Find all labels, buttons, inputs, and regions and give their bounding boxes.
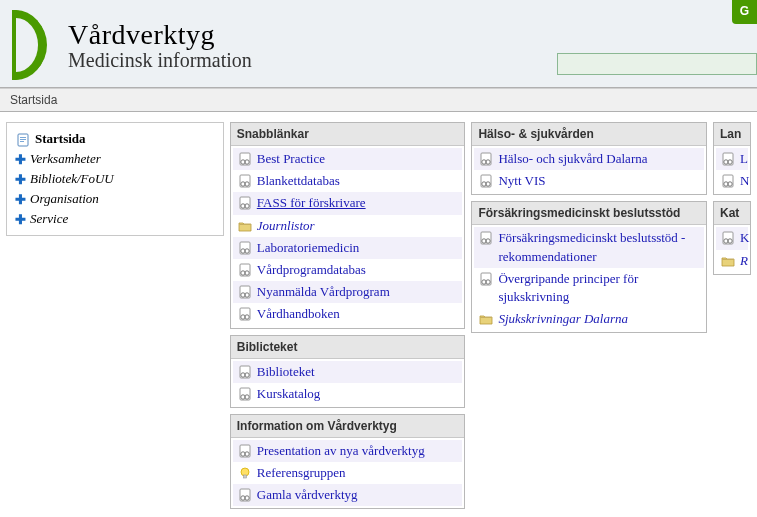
link[interactable]: Hälso- och sjukvård Dalarna <box>498 150 647 168</box>
link-icon <box>237 285 253 299</box>
panel-biblicteket: BiblicteketBiblioteketKurskatalog <box>230 335 466 408</box>
bulb-icon <box>237 466 253 480</box>
folder-icon <box>478 312 494 326</box>
link[interactable]: Nytt VIS <box>498 172 545 190</box>
link[interactable]: K <box>740 229 749 247</box>
link-icon <box>478 272 494 286</box>
link[interactable]: Vårdprogramdatabas <box>257 261 366 279</box>
panel-body: BiblioteketKurskatalog <box>231 359 465 407</box>
list-item: Laboratoriemedicin <box>233 237 463 259</box>
link[interactable]: L <box>740 150 748 168</box>
nav-item-label: Organisation <box>30 191 99 207</box>
link-icon <box>720 174 736 188</box>
breadcrumb: Startsida <box>0 88 757 112</box>
panel-header: Information om Vårdverktyg <box>231 415 465 438</box>
link-icon <box>237 307 253 321</box>
folder-icon <box>237 219 253 233</box>
panel-h-lso-sjukv-rden: Hälso- & sjukvårdenHälso- och sjukvård D… <box>471 122 707 195</box>
panel-header: Biblicteket <box>231 336 465 359</box>
expand-icon: ✚ <box>15 172 26 187</box>
nav-item-label: Verksamheter <box>30 151 101 167</box>
link[interactable]: Gamla vårdverktyg <box>257 486 358 504</box>
list-item: Vårdhandboken <box>233 303 463 325</box>
link[interactable]: R <box>740 252 748 270</box>
list-item: N <box>716 170 748 192</box>
list-item: K <box>716 227 748 249</box>
expand-icon: ✚ <box>15 212 26 227</box>
link-icon <box>237 241 253 255</box>
link-icon <box>237 365 253 379</box>
column-health: Hälso- & sjukvårdenHälso- och sjukvård D… <box>471 122 707 333</box>
folder-icon <box>720 254 736 268</box>
link-icon <box>478 174 494 188</box>
link[interactable]: Övergripande principer för sjukskrivning <box>498 270 700 306</box>
list-item: Nyanmälda Vårdprogram <box>233 281 463 303</box>
svg-rect-13 <box>12 10 16 80</box>
nav-item-startsida[interactable]: Startsida <box>15 129 215 149</box>
list-item: Övergripande principer för sjukskrivning <box>474 268 704 308</box>
link-icon <box>237 488 253 502</box>
header: Vårdverktyg Medicinsk information G <box>0 0 757 88</box>
panel-lan: LanLN <box>713 122 751 195</box>
link[interactable]: Nyanmälda Vårdprogram <box>257 283 390 301</box>
link[interactable]: N <box>740 172 749 190</box>
panel-header: Försäkringsmedicinskt beslutsstöd <box>472 202 706 225</box>
link[interactable]: Referensgruppen <box>257 464 346 482</box>
list-item: Presentation av nya vårdverktyg <box>233 440 463 462</box>
link-icon <box>237 196 253 210</box>
list-item: Hälso- och sjukvård Dalarna <box>474 148 704 170</box>
link[interactable]: Best Practice <box>257 150 325 168</box>
content-area: Startsida✚Verksamheter✚Bibliotek/FoUU✚Or… <box>0 112 757 517</box>
link[interactable]: Sjukskrivningar Dalarna <box>498 310 628 328</box>
link[interactable]: Biblioteket <box>257 363 315 381</box>
panel-body: Presentation av nya vårdverktygReferensg… <box>231 438 465 509</box>
nav-item-label: Service <box>30 211 68 227</box>
link[interactable]: Vårdhandboken <box>257 305 340 323</box>
panel-header: Kat <box>714 202 750 225</box>
list-item: Sjukskrivningar Dalarna <box>474 308 704 330</box>
panel-header: Lan <box>714 123 750 146</box>
link-icon <box>237 263 253 277</box>
panel-body: Best PracticeBlankettdatabasFASS för för… <box>231 146 465 328</box>
panel-header: Hälso- & sjukvården <box>472 123 706 146</box>
nav-item-verksamheter[interactable]: ✚Verksamheter <box>15 149 215 169</box>
column-partial: LanLNKatKR <box>713 122 751 275</box>
list-item: R <box>716 250 748 272</box>
nav-item-label: Bibliotek/FoUU <box>30 171 114 187</box>
link[interactable]: FASS för förskrivare <box>257 194 366 212</box>
list-item: Blankettdatabas <box>233 170 463 192</box>
list-item: Vårdprogramdatabas <box>233 259 463 281</box>
link-icon <box>720 231 736 245</box>
nav-item-bibliotek-fouu[interactable]: ✚Bibliotek/FoUU <box>15 169 215 189</box>
list-item: Försäkringsmedicinskt beslutsstöd - reko… <box>474 227 704 267</box>
link[interactable]: Försäkringsmedicinskt beslutsstöd - reko… <box>498 229 700 265</box>
list-item: Nytt VIS <box>474 170 704 192</box>
top-right-button[interactable]: G <box>732 0 757 24</box>
link-icon <box>720 152 736 166</box>
list-item: Best Practice <box>233 148 463 170</box>
list-item: L <box>716 148 748 170</box>
panel-kat: KatKR <box>713 201 751 274</box>
brand-title: Vårdverktyg <box>68 19 252 51</box>
nav-item-service[interactable]: ✚Service <box>15 209 215 229</box>
brand-logo-icon <box>12 10 58 80</box>
panel-header: Snabblänkar <box>231 123 465 146</box>
link[interactable]: Journlistor <box>257 217 315 235</box>
list-item: FASS för förskrivare <box>233 192 463 214</box>
link[interactable]: Presentation av nya vårdverktyg <box>257 442 425 460</box>
list-item: Referensgruppen <box>233 462 463 484</box>
link[interactable]: Kurskatalog <box>257 385 321 403</box>
link[interactable]: Laboratoriemedicin <box>257 239 360 257</box>
link[interactable]: Blankettdatabas <box>257 172 340 190</box>
list-item: Journlistor <box>233 215 463 237</box>
panel-body: Hälso- och sjukvård DalarnaNytt VIS <box>472 146 706 194</box>
search-input[interactable] <box>557 53 757 75</box>
expand-icon: ✚ <box>15 192 26 207</box>
panel-body: KR <box>714 225 750 273</box>
nav-item-organisation[interactable]: ✚Organisation <box>15 189 215 209</box>
link-icon <box>237 387 253 401</box>
list-item: Kurskatalog <box>233 383 463 405</box>
link-icon <box>237 152 253 166</box>
list-item: Biblioteket <box>233 361 463 383</box>
expand-icon: ✚ <box>15 152 26 167</box>
